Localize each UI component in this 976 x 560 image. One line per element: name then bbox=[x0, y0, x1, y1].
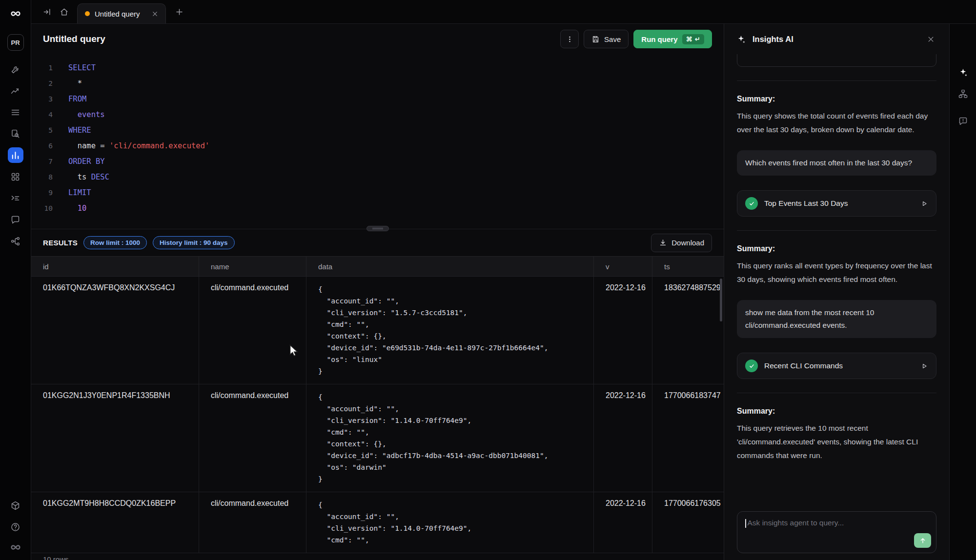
help-icon[interactable] bbox=[8, 519, 23, 535]
query-header: Untitled query Save Run query ⌘ ↵ bbox=[31, 24, 724, 54]
scrolled-query-card[interactable] bbox=[737, 54, 936, 67]
unsaved-changes-dot-icon bbox=[85, 11, 90, 16]
column-header-ts[interactable]: ts bbox=[652, 257, 724, 276]
run-shortcut-badge: ⌘ ↵ bbox=[682, 34, 704, 44]
trend-icon[interactable] bbox=[8, 83, 23, 99]
bar-chart-icon[interactable] bbox=[8, 147, 23, 163]
code-text: name = 'cli/command.executed' bbox=[53, 141, 209, 150]
column-header-name[interactable]: name bbox=[199, 257, 306, 276]
line-number: 8 bbox=[31, 173, 53, 181]
row-count: 10 rows bbox=[43, 555, 69, 560]
insights-input[interactable]: Ask insights agent to query... bbox=[737, 511, 936, 553]
sql-editor[interactable]: 1SELECT2 *3FROM4 events5WHERE6 name = 'c… bbox=[31, 54, 724, 229]
cell-name: cli/command.executed bbox=[199, 492, 306, 553]
user-message: show me data from the most recent 10 cli… bbox=[737, 300, 936, 338]
code-text: FROM bbox=[53, 95, 86, 103]
column-header-id[interactable]: id bbox=[31, 257, 199, 276]
app-root: PR Untitled query bbox=[0, 0, 976, 560]
footer-logo-icon bbox=[7, 540, 24, 555]
code-line: 3FROM bbox=[31, 91, 724, 107]
query-title: Untitled query bbox=[43, 34, 105, 44]
tab-untitled-query[interactable]: Untitled query bbox=[77, 3, 166, 23]
history-limit-badge[interactable]: History limit : 90 days bbox=[153, 236, 235, 249]
code-line: 5WHERE bbox=[31, 122, 724, 138]
grid-icon[interactable] bbox=[8, 169, 23, 184]
cell-v: 2022-12-16 bbox=[594, 277, 652, 384]
line-number: 1 bbox=[31, 64, 53, 72]
run-query-button[interactable]: Run query ⌘ ↵ bbox=[633, 30, 712, 48]
cell-ts: 1770066176305 bbox=[652, 492, 724, 553]
home-icon[interactable] bbox=[56, 3, 72, 20]
table-row[interactable]: 01KGG2N1J3Y0ENP1R4F1335BNHcli/command.ex… bbox=[31, 384, 724, 492]
table-scrollbar[interactable] bbox=[720, 279, 722, 321]
cell-name: cli/command.executed bbox=[199, 277, 306, 384]
success-check-icon bbox=[745, 197, 758, 210]
more-options-button[interactable] bbox=[560, 30, 579, 48]
section-divider bbox=[737, 230, 936, 231]
line-number: 3 bbox=[31, 95, 53, 103]
section-divider bbox=[737, 393, 936, 393]
message-alert-icon[interactable] bbox=[956, 114, 970, 128]
resize-handle[interactable] bbox=[366, 226, 389, 231]
tab-close-icon[interactable] bbox=[150, 9, 160, 19]
tab-title: Untitled query bbox=[95, 10, 145, 18]
column-header-data[interactable]: data bbox=[306, 257, 594, 276]
code-line: 4 events bbox=[31, 107, 724, 122]
left-sidebar: PR bbox=[0, 0, 31, 560]
table-row[interactable]: 01K66TQNZA3WFBQ8XN2KXSG4CJcli/command.ex… bbox=[31, 277, 724, 384]
summary-text: This query ranks all event types by freq… bbox=[737, 259, 936, 286]
summary-heading: Summary: bbox=[737, 244, 936, 253]
terminal-icon[interactable] bbox=[8, 190, 23, 206]
code-text: ts DESC bbox=[53, 173, 109, 181]
code-text: 10 bbox=[53, 204, 86, 213]
query-result-card[interactable]: Recent CLI Commands bbox=[737, 353, 936, 379]
query-result-card[interactable]: Top Events Last 30 Days bbox=[737, 190, 936, 217]
download-button[interactable]: Download bbox=[651, 234, 712, 252]
user-message: Which events fired most often in the las… bbox=[737, 150, 936, 176]
cell-name: cli/command.executed bbox=[199, 384, 306, 492]
save-icon bbox=[591, 35, 600, 43]
card-label: Top Events Last 30 Days bbox=[764, 199, 848, 208]
summary-text: This query retrieves the 10 most recent … bbox=[737, 421, 936, 462]
code-line: 9LIMIT bbox=[31, 185, 724, 200]
code-text: ORDER BY bbox=[53, 157, 105, 166]
line-number: 7 bbox=[31, 158, 53, 165]
cell-ts: 1770066183747 bbox=[652, 384, 724, 492]
row-limit-badge[interactable]: Row limit : 1000 bbox=[83, 236, 147, 249]
app-logo-icon[interactable] bbox=[7, 6, 24, 21]
line-number: 5 bbox=[31, 126, 53, 134]
tab-bar: Untitled query bbox=[31, 0, 976, 24]
code-text: events bbox=[53, 110, 105, 119]
code-line: 6 name = 'cli/command.executed' bbox=[31, 138, 724, 154]
results-bar: RESULTS Row limit : 1000 History limit :… bbox=[31, 229, 724, 256]
cell-data: { "account_id": "", "cli_version": "1.14… bbox=[306, 384, 594, 492]
query-pane: Untitled query Save Run query ⌘ ↵ bbox=[31, 24, 724, 560]
text-caret bbox=[745, 519, 746, 528]
cell-data: { "account_id": "", "cli_version": "1.5.… bbox=[306, 277, 594, 384]
download-label: Download bbox=[671, 239, 704, 247]
close-panel-icon[interactable] bbox=[924, 32, 937, 46]
chat-icon[interactable] bbox=[8, 212, 23, 227]
play-icon[interactable] bbox=[920, 200, 928, 208]
code-line: 8 ts DESC bbox=[31, 169, 724, 185]
success-check-icon bbox=[745, 360, 758, 372]
line-number: 10 bbox=[31, 204, 53, 212]
toggle-sidebar-icon[interactable] bbox=[39, 3, 56, 20]
save-button[interactable]: Save bbox=[584, 30, 629, 48]
send-button[interactable] bbox=[914, 533, 931, 548]
tree-icon[interactable] bbox=[956, 86, 970, 101]
file-search-icon[interactable] bbox=[8, 126, 23, 141]
table-row[interactable]: 01KGG2MT9H8H8CCDQ0ZK16BEPPcli/command.ex… bbox=[31, 492, 724, 553]
tool-icon[interactable] bbox=[8, 61, 23, 77]
sparkles-icon[interactable] bbox=[956, 65, 970, 80]
workspace-badge[interactable]: PR bbox=[7, 34, 24, 51]
column-header-v[interactable]: v bbox=[594, 257, 652, 276]
code-line: 2 * bbox=[31, 76, 724, 91]
code-text: LIMIT bbox=[53, 188, 91, 197]
rows-icon[interactable] bbox=[8, 104, 23, 120]
code-line: 7ORDER BY bbox=[31, 154, 724, 169]
new-tab-icon[interactable] bbox=[171, 3, 187, 20]
workflow-icon[interactable] bbox=[8, 233, 23, 249]
play-icon[interactable] bbox=[920, 362, 928, 370]
box-icon[interactable] bbox=[8, 498, 23, 513]
